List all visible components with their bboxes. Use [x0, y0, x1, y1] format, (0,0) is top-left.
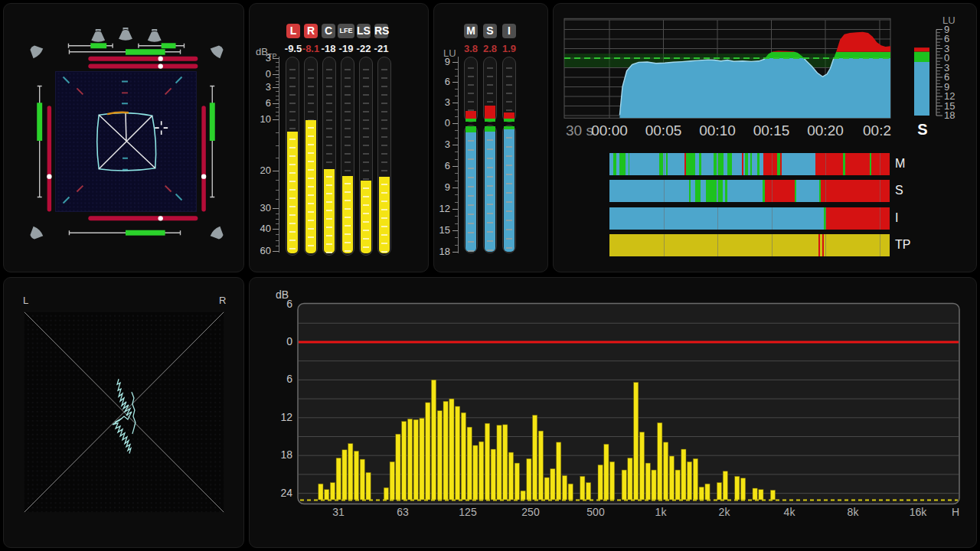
- rta-bar: [669, 456, 674, 500]
- strip-gridline: [825, 234, 826, 256]
- strip-gridline: [664, 207, 665, 230]
- speaker-front-left-icon: [27, 42, 44, 59]
- status-strip-label-I: I: [895, 211, 898, 225]
- channel-button-L[interactable]: L: [286, 24, 300, 38]
- channel-button-R[interactable]: R: [304, 24, 318, 38]
- rta-bar: [753, 488, 757, 500]
- tp-bar-ticks: [308, 120, 314, 253]
- tp-scale-minor-tick: [276, 240, 279, 241]
- rta-bar: [550, 469, 555, 500]
- tp-scale-tick: [273, 58, 279, 59]
- lu-scale-tick: [452, 103, 458, 103]
- rta-freq-label: H: [939, 506, 972, 518]
- lu-scale-minor-tick: [455, 89, 458, 90]
- right-side-balance-bar: [210, 103, 215, 141]
- rta-bar: [449, 399, 454, 500]
- channel-button-C[interactable]: C: [322, 24, 335, 38]
- lu-blue-segment-S: [485, 132, 495, 252]
- rta-bar: [407, 419, 412, 500]
- strip-segment: [609, 234, 818, 256]
- channel-button-RS[interactable]: RS: [374, 24, 388, 38]
- rta-bar: [527, 458, 531, 500]
- lu-scale-minor-tick: [455, 202, 458, 203]
- lu-scale-tick: [452, 62, 458, 63]
- lu-scale-tick: [452, 123, 458, 124]
- rta-bar: [508, 452, 513, 500]
- rta-bar: [443, 401, 448, 500]
- tp-scale-minor-tick: [276, 116, 279, 116]
- loudness-button-M[interactable]: M: [464, 24, 478, 38]
- lu-scale-tick: [452, 209, 458, 210]
- tp-scale-minor-tick: [276, 77, 279, 78]
- strip-segment: [701, 153, 714, 175]
- tp-level-bar-C: [324, 169, 335, 253]
- channel-button-LS[interactable]: LS: [357, 24, 371, 38]
- lu-blue-ticks: [468, 132, 474, 252]
- tp-bar-ticks: [345, 176, 351, 253]
- channel-button-LFE[interactable]: LFE: [338, 24, 354, 38]
- lu-meter-bank: 96303691215183.8M2.8S1.9I: [434, 4, 548, 272]
- lu-red-segment-M: [466, 111, 476, 119]
- rta-bar: [664, 442, 668, 500]
- rta-freq-label: 250: [514, 506, 547, 518]
- tp-scale-minor-tick: [276, 62, 279, 63]
- speaker-surround-right-icon: [209, 225, 226, 242]
- tp-scale-minor-tick: [276, 246, 279, 246]
- lu-scale-tick: [452, 82, 458, 83]
- lu-scale-minor-tick: [455, 138, 458, 139]
- tp-scale-tick: [273, 103, 279, 104]
- history-time-label: 00:10: [692, 122, 743, 139]
- rta-freq-label: 31: [322, 506, 355, 518]
- tp-scale-label: 10: [250, 113, 271, 125]
- rta-bar: [586, 483, 591, 500]
- rta-bar: [396, 434, 400, 500]
- tp-scale-label: 6: [250, 97, 271, 109]
- correlation-bar-left: [47, 106, 51, 211]
- history-time-label: 00:20: [800, 122, 851, 139]
- tp-scale-minor-tick: [276, 96, 279, 96]
- tp-scale-label: 30: [250, 202, 271, 214]
- strip-gridline: [664, 234, 665, 256]
- status-strip-label-M: M: [895, 157, 905, 171]
- strip-gridline: [880, 207, 880, 230]
- strip-segment: [668, 153, 684, 175]
- tp-scale-tick: [273, 171, 279, 171]
- tp-scale-label: 3: [250, 52, 271, 64]
- strip-gridline: [772, 180, 773, 202]
- speaker-left-icon: [91, 29, 105, 42]
- loudness-button-S[interactable]: S: [483, 24, 497, 38]
- tp-scale-minor-tick: [276, 223, 279, 224]
- lu-scale-minor-tick: [455, 152, 458, 152]
- lu-blue-segment-M: [466, 132, 476, 252]
- lu-red-segment-I: [504, 112, 514, 119]
- loudness-button-I[interactable]: I: [502, 24, 516, 38]
- rta-bar: [562, 476, 567, 500]
- rta-bar: [330, 483, 335, 500]
- history-meter-blue: [914, 62, 929, 116]
- rta-freq-label: 16k: [901, 506, 935, 518]
- speaker-right-icon: [148, 29, 162, 42]
- lu-green-top-segment-S: [485, 119, 495, 122]
- loudness-meter-panel: LU 96303691215183.8M2.8S1.9I: [433, 3, 548, 272]
- rta-db-label: 24: [263, 487, 292, 499]
- strip-gridline: [880, 180, 880, 202]
- speaker-surround-left-icon: [27, 225, 44, 242]
- goniometer-canvas: [4, 278, 243, 547]
- rta-bar: [723, 471, 727, 500]
- status-strip-I: [609, 207, 890, 230]
- rta-bar: [652, 470, 656, 500]
- lu-scale-minor-tick: [455, 173, 458, 174]
- spectrum-analyzer-panel: dB 60612182431631252505001k2k4k8k16kH: [249, 277, 977, 548]
- lu-scale-label: 12: [434, 203, 450, 214]
- tp-scale-tick: [273, 208, 279, 209]
- rta-bar: [342, 450, 347, 500]
- tp-scale-minor-tick: [276, 107, 279, 108]
- lu-scale-axis: [458, 57, 459, 253]
- rta-bar: [610, 461, 615, 500]
- lu-scale-label: 15: [434, 224, 450, 236]
- lu-scale-tick: [452, 187, 458, 188]
- lu-green-bottom-segment-M: [466, 126, 476, 132]
- lu-scale-minor-tick: [455, 194, 458, 195]
- rta-bar: [705, 484, 710, 500]
- strip-segment: [609, 207, 824, 230]
